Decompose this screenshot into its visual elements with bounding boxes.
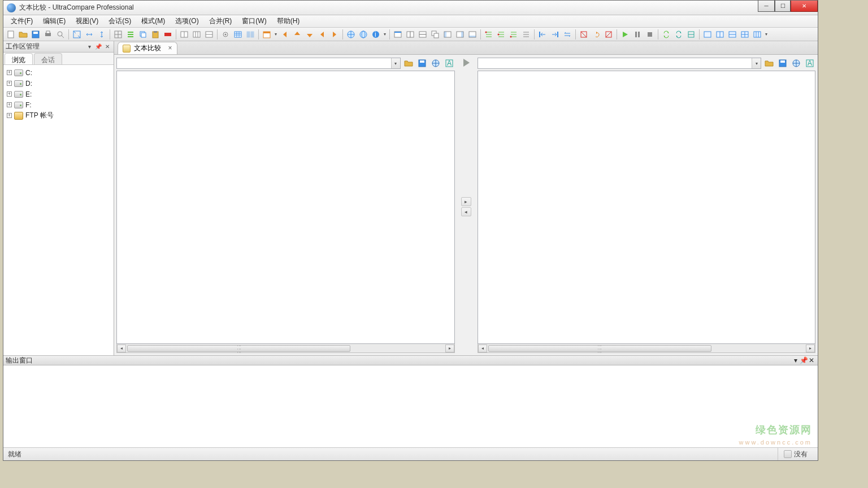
menu-view[interactable]: 视图(V)	[71, 15, 103, 27]
toolbar-view4-button[interactable]	[739, 29, 750, 40]
toolbar-copy-button[interactable]	[137, 29, 149, 40]
toolbar-first-button[interactable]	[279, 29, 290, 40]
menu-file[interactable]: 文件(F)	[6, 15, 38, 27]
menu-session[interactable]: 会话(S)	[103, 15, 136, 27]
toolbar-next-button[interactable]	[329, 29, 340, 40]
toolbar-view2-button[interactable]	[714, 29, 726, 40]
toolbar-list-button[interactable]	[125, 29, 136, 40]
toolbar-table-button[interactable]	[232, 29, 244, 40]
tree-item[interactable]: +E:	[5, 89, 112, 99]
toolbar-globe-button[interactable]	[345, 29, 357, 40]
status-encoding[interactable]: 没有	[778, 448, 813, 460]
scroll-thumb[interactable]	[127, 345, 350, 352]
right-ftp-button[interactable]	[791, 58, 802, 69]
left-open-button[interactable]	[403, 58, 414, 69]
output-pin-icon[interactable]: 📌	[800, 356, 808, 364]
expand-icon[interactable]: +	[7, 91, 12, 97]
folder-tree[interactable]: +C:+D:+E:+F:+FTP 帐号	[3, 65, 114, 355]
toolbar-down-button[interactable]	[304, 29, 315, 40]
left-content[interactable]	[116, 71, 455, 344]
toolbar-diff3-button[interactable]	[508, 29, 519, 40]
expand-icon[interactable]: +	[7, 81, 12, 86]
left-encoding-button[interactable]: A	[444, 58, 455, 69]
right-hscrollbar[interactable]: ◂ ▸	[478, 344, 816, 353]
right-path-combo[interactable]: ▾	[478, 58, 762, 69]
chevron-down-icon[interactable]: ▾	[274, 29, 278, 40]
toolbar-up-button[interactable]	[292, 29, 303, 40]
right-open-button[interactable]	[763, 58, 775, 69]
menu-window[interactable]: 窗口(W)	[237, 15, 271, 27]
toolbar-win1-button[interactable]	[392, 29, 403, 40]
chevron-down-icon[interactable]: ▾	[752, 58, 761, 68]
tree-item[interactable]: +D:	[5, 78, 112, 89]
sidebar-pin-icon[interactable]: 📌	[94, 43, 102, 51]
toolbar-grid-button[interactable]	[112, 29, 124, 40]
tree-item[interactable]: +C:	[5, 67, 112, 78]
toolbar-calendar-button[interactable]	[261, 29, 272, 40]
toolbar-del-r-button[interactable]	[603, 29, 614, 40]
run-compare-icon[interactable]	[462, 58, 470, 67]
document-tab-textcompare[interactable]: 文本比较 ×	[118, 42, 177, 54]
toolbar-del-l-button[interactable]	[578, 29, 589, 40]
toolbar-sync3-button[interactable]	[685, 29, 697, 40]
menu-merge[interactable]: 合并(R)	[204, 15, 237, 27]
toolbar-gear-button[interactable]	[220, 29, 231, 40]
toolbar-info-button[interactable]: i	[370, 29, 381, 40]
left-ftp-button[interactable]	[430, 58, 441, 69]
menu-options[interactable]: 选项(O)	[170, 15, 203, 27]
toolbar-preview-button[interactable]	[55, 29, 66, 40]
toolbar-win3-button[interactable]	[417, 29, 428, 40]
toolbar-prev-button[interactable]	[316, 29, 328, 40]
maximize-button[interactable]: ☐	[775, 1, 791, 12]
toolbar-col-width-button[interactable]	[84, 29, 95, 40]
toolbar-sync2-button[interactable]	[673, 29, 684, 40]
toolbar-play-button[interactable]	[619, 29, 631, 40]
toolbar-pane-h-button[interactable]	[203, 29, 215, 40]
toolbar-cols-button[interactable]	[245, 29, 256, 40]
toolbar-pane2-button[interactable]	[179, 29, 190, 40]
toolbar-paste-button[interactable]	[150, 29, 161, 40]
toolbar-merge-l-button[interactable]	[537, 29, 548, 40]
copy-left-button[interactable]: ◂	[461, 207, 471, 216]
sidebar-tab-browse[interactable]: 浏览	[5, 53, 33, 64]
sidebar-close-icon[interactable]: ✕	[103, 43, 111, 51]
scroll-thumb[interactable]	[488, 345, 711, 352]
tree-item[interactable]: +FTP 帐号	[5, 110, 112, 121]
toolbar-print-button[interactable]	[42, 29, 54, 40]
toolbar-view5-button[interactable]	[752, 29, 763, 40]
left-hscrollbar[interactable]: ◂ ▸	[116, 344, 455, 353]
toolbar-save-button[interactable]	[30, 29, 41, 40]
scroll-left-icon[interactable]: ◂	[117, 345, 126, 352]
toolbar-win4-button[interactable]	[429, 29, 441, 40]
left-path-combo[interactable]: ▾	[116, 58, 401, 69]
document-tab-close-icon[interactable]: ×	[167, 45, 173, 51]
toolbar-merge-both-button[interactable]	[562, 29, 573, 40]
chevron-down-icon[interactable]: ▾	[391, 58, 400, 68]
close-button[interactable]: ✕	[791, 1, 818, 12]
toolbar-view3-button[interactable]	[727, 29, 738, 40]
output-menu-icon[interactable]: ▾	[792, 356, 800, 364]
title-bar[interactable]: 文本比较 - UltraCompare Professional ─ ☐ ✕	[3, 1, 818, 15]
toolbar-pause-button[interactable]	[632, 29, 643, 40]
toolbar-diff4-button[interactable]	[520, 29, 532, 40]
menu-mode[interactable]: 模式(M)	[136, 15, 170, 27]
toolbar-pane3-button[interactable]	[191, 29, 202, 40]
scroll-right-icon[interactable]: ▸	[445, 345, 454, 352]
toolbar-diff1-button[interactable]	[483, 29, 494, 40]
expand-icon[interactable]: +	[7, 113, 12, 118]
sidebar-menu-icon[interactable]: ▾	[85, 43, 93, 51]
toolbar-red-button[interactable]	[162, 29, 173, 40]
left-save-button[interactable]	[416, 58, 428, 69]
toolbar-open-button[interactable]	[18, 29, 29, 40]
expand-icon[interactable]: +	[7, 102, 12, 107]
toolbar-undo-button[interactable]	[591, 29, 602, 40]
toolbar-stop-button[interactable]	[644, 29, 656, 40]
toolbar-win6-button[interactable]	[454, 29, 466, 40]
scroll-right-icon[interactable]: ▸	[806, 345, 815, 352]
toolbar-web-button[interactable]	[358, 29, 369, 40]
menu-help[interactable]: 帮助(H)	[272, 15, 305, 27]
menu-edit[interactable]: 编辑(E)	[38, 15, 71, 27]
expand-icon[interactable]: +	[7, 70, 12, 75]
tree-item[interactable]: +F:	[5, 99, 112, 110]
toolbar-win7-button[interactable]	[467, 29, 478, 40]
